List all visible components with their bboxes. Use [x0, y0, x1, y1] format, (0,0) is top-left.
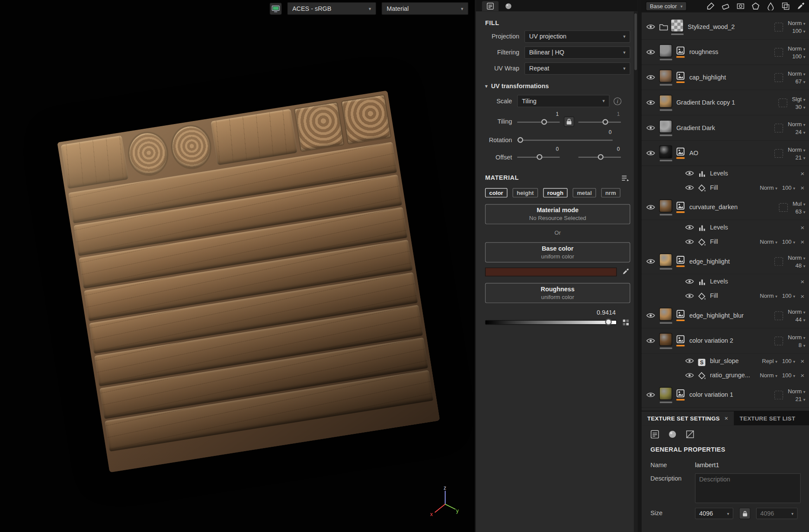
blend-mode-select[interactable]: Norm ▾: [788, 121, 806, 127]
mask-slot[interactable]: [774, 48, 783, 56]
blend-mode-select[interactable]: Norm ▾: [788, 388, 806, 394]
channel-selector[interactable]: Base color▾: [646, 2, 687, 11]
effect-name[interactable]: Fill: [710, 292, 755, 299]
tiling-v-slider[interactable]: 1: [579, 118, 621, 126]
opacity-select[interactable]: 24 ▾: [795, 129, 805, 135]
layer-effect-row[interactable]: Levels×: [642, 220, 809, 234]
blend-mode-select[interactable]: Mul ▾: [793, 200, 806, 206]
material-options-icon[interactable]: [621, 175, 629, 182]
effect-visibility-icon[interactable]: [685, 224, 694, 230]
channel-rough-button[interactable]: rough: [543, 188, 568, 197]
properties-tab-1[interactable]: [500, 1, 517, 11]
effect-blend-select[interactable]: Norm ▾: [760, 239, 777, 245]
opacity-select[interactable]: 48 ▾: [795, 262, 805, 268]
uv-transformations-header[interactable]: ▾ UV transformations: [485, 83, 637, 90]
polygon-fill-tool-icon[interactable]: [751, 2, 760, 10]
channel-metal-button[interactable]: metal: [573, 188, 596, 197]
tiling-lock-button[interactable]: [564, 117, 574, 127]
layer-thumbnail[interactable]: [671, 19, 684, 35]
properties-scrollbar[interactable]: [634, 11, 637, 532]
effect-name[interactable]: Fill: [710, 238, 755, 245]
layer-name[interactable]: AO: [689, 150, 771, 157]
remove-effect-icon[interactable]: ×: [800, 371, 804, 379]
remove-effect-icon[interactable]: ×: [800, 277, 804, 285]
layer-effect-row[interactable]: Sblur_slopeRepl ▾100 ▾×: [642, 354, 809, 368]
effect-visibility-icon[interactable]: [685, 293, 694, 299]
colorspace-select[interactable]: ACES - sRGB▾: [287, 2, 376, 15]
effect-visibility-icon[interactable]: [685, 372, 694, 378]
mask-slot[interactable]: [774, 149, 783, 157]
layer-visibility-icon[interactable]: [646, 204, 655, 210]
tiling-u-slider[interactable]: 1: [517, 118, 560, 126]
layer-thumbnail[interactable]: [659, 120, 672, 136]
layer-effect-row[interactable]: FillNorm ▾100 ▾×: [642, 289, 809, 303]
remove-effect-icon[interactable]: ×: [800, 169, 804, 177]
layer-name[interactable]: Gradient Dark copy 1: [676, 99, 775, 106]
layer-thumbnail[interactable]: [659, 199, 672, 215]
tab-texture-set-settings[interactable]: TEXTURE SET SETTINGS ×: [642, 411, 734, 425]
info-icon[interactable]: i: [614, 97, 621, 105]
rotation-slider[interactable]: 0: [517, 136, 613, 144]
viewport-3d[interactable]: ACES - sRGB▾ Material▾: [0, 0, 475, 532]
properties-tab-0[interactable]: [482, 1, 499, 11]
effect-blend-select[interactable]: Norm ▾: [760, 372, 777, 378]
remove-effect-icon[interactable]: ×: [800, 184, 804, 191]
effect-name[interactable]: blur_slope: [710, 357, 757, 365]
material-picker-tool-icon[interactable]: [796, 2, 805, 10]
roughness-mode-button[interactable]: Roughness uniform color: [485, 283, 630, 303]
remove-effect-icon[interactable]: ×: [800, 357, 804, 365]
size-select[interactable]: 4096▾: [695, 508, 733, 519]
offset-u-slider[interactable]: 0: [517, 153, 560, 161]
description-input[interactable]: [695, 473, 801, 503]
mask-slot[interactable]: [774, 391, 783, 399]
blend-mode-select[interactable]: Norm ▾: [788, 309, 806, 315]
wood-plank-model[interactable]: [57, 90, 440, 472]
layer-row[interactable]: cap_highlightNorm ▾67 ▾: [642, 65, 809, 90]
layer-thumbnail[interactable]: [659, 308, 672, 324]
layer-thumbnail[interactable]: [659, 69, 672, 85]
sphere-icon[interactable]: [668, 430, 677, 439]
uv-wrap-select[interactable]: Repeat▾: [524, 62, 630, 75]
mask-slot[interactable]: [779, 203, 788, 211]
roughness-value[interactable]: 0.9414: [597, 309, 618, 316]
view-mode-select[interactable]: Material▾: [381, 2, 468, 15]
layer-thumbnail[interactable]: [659, 95, 672, 111]
remove-effect-icon[interactable]: ×: [800, 292, 804, 300]
layer-name[interactable]: edge_highlight_blur: [689, 312, 771, 319]
layer-row[interactable]: curvature_darkenMul ▾63 ▾: [642, 195, 809, 220]
size-lock-button[interactable]: [739, 508, 750, 519]
effect-opacity-select[interactable]: 100 ▾: [782, 185, 795, 191]
layer-thumbnail[interactable]: [659, 333, 672, 349]
effect-name[interactable]: Levels: [710, 278, 795, 285]
layer-visibility-icon[interactable]: [646, 49, 655, 55]
scale-mode-select[interactable]: Tiling▾: [517, 95, 609, 107]
projection-select[interactable]: UV projection▾: [524, 30, 630, 43]
layer-visibility-icon[interactable]: [646, 125, 655, 131]
layer-row[interactable]: color variation 1Norm ▾21 ▾: [642, 382, 809, 408]
layer-visibility-icon[interactable]: [646, 392, 655, 398]
effect-name[interactable]: ratio_grunge...: [710, 372, 755, 379]
effect-visibility-icon[interactable]: [685, 278, 694, 284]
effect-opacity-select[interactable]: 100 ▾: [782, 293, 795, 299]
effect-visibility-icon[interactable]: [685, 239, 694, 245]
layer-thumbnail[interactable]: [659, 253, 672, 269]
mesh-icon[interactable]: [686, 430, 694, 439]
layer-row[interactable]: roughnessNorm ▾100 ▾: [642, 40, 809, 65]
effect-blend-select[interactable]: Norm ▾: [760, 293, 777, 299]
layer-name[interactable]: edge_highlight: [689, 258, 771, 265]
layer-visibility-icon[interactable]: [646, 24, 655, 30]
smudge-tool-icon[interactable]: [767, 2, 775, 10]
effect-opacity-select[interactable]: 100 ▾: [782, 358, 795, 364]
remove-effect-icon[interactable]: ×: [800, 223, 804, 231]
channel-color-button[interactable]: color: [485, 188, 507, 197]
effect-blend-select[interactable]: Norm ▾: [760, 185, 777, 191]
layer-effect-row[interactable]: FillNorm ▾100 ▾×: [642, 235, 809, 249]
opacity-select[interactable]: 21 ▾: [795, 154, 805, 160]
display-settings-button[interactable]: [269, 2, 282, 15]
layer-row[interactable]: color variation 2Norm ▾8 ▾: [642, 328, 809, 354]
effect-name[interactable]: Fill: [710, 184, 755, 191]
effect-visibility-icon[interactable]: [685, 358, 694, 364]
effect-name[interactable]: Levels: [710, 169, 795, 177]
effect-opacity-select[interactable]: 100 ▾: [782, 372, 795, 378]
layer-row[interactable]: Stylized_wood_2Norm ▾100 ▾: [642, 14, 809, 39]
